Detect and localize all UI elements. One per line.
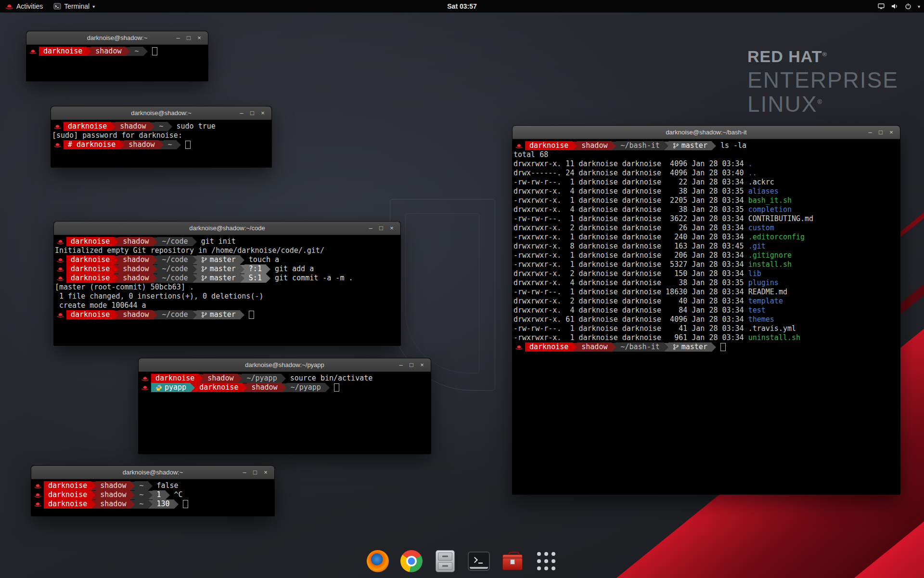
output-text: drwxrwxr-x. 2 darknoise darknoise 40 Jan…	[513, 297, 748, 306]
dock-terminal[interactable]	[466, 548, 492, 574]
minimize-button[interactable]: –	[396, 358, 406, 371]
prompt-segment-git: master	[197, 255, 240, 264]
branding-redhat: RED HAT®	[747, 48, 898, 66]
terminal-screen[interactable]: darknoiseshadow~/pyappsource bin/activat…	[139, 372, 431, 454]
output-text: aliases	[748, 187, 779, 196]
redhat-icon	[57, 266, 64, 272]
powerline-separator-icon	[199, 374, 203, 383]
dock-chrome[interactable]	[398, 548, 424, 574]
dock-toolbox[interactable]	[500, 548, 526, 574]
terminal-screen[interactable]: darknoiseshadow~sudo true[sudo] password…	[51, 120, 271, 167]
powerline-separator-icon	[192, 311, 197, 319]
output-text: -rwxrwxr-x. 1 darknoise darknoise 961 Ja…	[513, 333, 748, 342]
close-button[interactable]: ×	[260, 466, 271, 479]
terminal-screen[interactable]: darknoiseshadow~falsedarknoiseshadow~1^C…	[31, 479, 274, 516]
minimize-button[interactable]: –	[173, 31, 183, 44]
terminal-line: drwxrwxr-x. 4 darknoise darknoise 84 Jan…	[513, 306, 899, 315]
terminal-window-sudo[interactable]: darknoise@shadow:~–□×darknoiseshadow~sud…	[51, 106, 272, 168]
redhat-icon	[141, 385, 149, 390]
activities-button[interactable]: Activities	[0, 0, 48, 13]
app-grid-icon	[537, 552, 555, 570]
prompt-segment-path: ~/bash-it	[616, 342, 664, 352]
terminal-screen[interactable]: darknoiseshadow~	[26, 45, 208, 81]
terminal-line: drwxrwxr-x. 4 darknoise darknoise 38 Jan…	[513, 278, 899, 288]
prompt-segment-git: master	[668, 141, 712, 150]
terminal-line: drwxrwxr-x. 11 darknoise darknoise 4096 …	[513, 159, 899, 169]
output-text: .	[748, 159, 753, 169]
output-text: drwxrwxr-x. 61 darknoise darknoise 4096 …	[513, 315, 748, 324]
prompt-segment-path: ~/code	[157, 237, 192, 246]
powerline-separator-icon	[612, 142, 616, 150]
close-button[interactable]: ×	[386, 222, 397, 235]
volume-icon[interactable]	[891, 2, 898, 10]
redhat-icon	[34, 501, 41, 507]
minimize-button[interactable]: –	[236, 106, 247, 119]
close-button[interactable]: ×	[194, 31, 205, 44]
maximize-button[interactable]: □	[406, 358, 417, 371]
python-icon	[155, 384, 162, 391]
redhat-icon	[57, 239, 64, 244]
command-text: git init	[197, 237, 236, 246]
screen-icon[interactable]	[877, 2, 885, 10]
desktop: RED HAT® ENTERPRISE LINUX® Activities Te…	[0, 0, 924, 578]
window-title: darknoise@shadow:~	[123, 469, 183, 476]
output-text: -rwxrwxr-x. 1 darknoise darknoise 5327 J…	[513, 260, 748, 269]
window-titlebar[interactable]: darknoise@shadow:~/code–□×	[54, 222, 400, 235]
chevron-down-icon[interactable]: ▾	[918, 4, 920, 9]
maximize-button[interactable]: □	[247, 106, 257, 119]
close-button[interactable]: ×	[886, 126, 897, 139]
output-text: ..	[748, 169, 757, 178]
powerline-separator-icon	[153, 265, 157, 274]
powerline-separator-icon	[114, 237, 118, 246]
output-text: Initialized empty Git repository in /hom…	[55, 246, 324, 255]
redhat-icon	[29, 49, 37, 54]
minimize-button[interactable]: –	[865, 126, 875, 139]
close-button[interactable]: ×	[417, 358, 427, 371]
clock[interactable]: Sat 03:57	[447, 2, 476, 10]
powerline-separator-icon	[87, 47, 91, 56]
terminal-line: darknoiseshadow~/pyappsource bin/activat…	[140, 374, 430, 383]
branch-icon	[201, 266, 207, 272]
prompt-segment-git: master	[197, 264, 240, 274]
output-text: plugins	[748, 278, 779, 288]
window-titlebar[interactable]: darknoise@shadow:~/pyapp–□×	[139, 358, 431, 372]
terminal-window-code[interactable]: darknoise@shadow:~/code–□×darknoiseshado…	[53, 221, 401, 346]
power-icon[interactable]	[904, 2, 912, 10]
terminal-window-pyapp[interactable]: darknoise@shadow:~/pyapp–□×darknoiseshad…	[138, 358, 431, 454]
minimize-button[interactable]: –	[239, 466, 250, 479]
maximize-button[interactable]: □	[183, 31, 194, 44]
window-titlebar[interactable]: darknoise@shadow:~–□×	[51, 106, 271, 120]
dock-app-grid[interactable]	[533, 548, 559, 574]
window-titlebar[interactable]: darknoise@shadow:~/bash-it–□×	[513, 126, 900, 139]
maximize-button[interactable]: □	[250, 466, 260, 479]
terminal-screen[interactable]: darknoiseshadow~/codegit initInitialized…	[54, 235, 400, 345]
terminal-window-exit-codes[interactable]: darknoise@shadow:~–□×darknoiseshadow~fal…	[31, 465, 275, 516]
prompt-segment-user: # darknoise	[64, 140, 120, 149]
terminal-window-bash-it[interactable]: darknoise@shadow:~/bash-it–□×darknoisesh…	[512, 125, 900, 495]
output-text: -rw-rw-r--. 1 darknoise darknoise 22 Jan…	[513, 178, 748, 187]
prompt-segment-host: shadow	[118, 274, 153, 283]
maximize-button[interactable]: □	[875, 126, 886, 139]
firefox-icon	[367, 550, 389, 572]
powerline-separator-icon	[325, 383, 330, 392]
minimize-button[interactable]: –	[365, 222, 376, 235]
app-menu[interactable]: Terminal ▾	[48, 0, 100, 13]
terminal-screen[interactable]: darknoiseshadow~/bash-itmasterls -latota…	[513, 139, 900, 494]
terminal-line: darknoiseshadow~/bash-itmasterls -la	[513, 141, 899, 150]
output-text: drwxrwxr-x. 4 darknoise darknoise 38 Jan…	[513, 187, 748, 196]
dock	[365, 548, 559, 574]
window-titlebar[interactable]: darknoise@shadow:~–□×	[26, 31, 208, 45]
output-text: README.md	[748, 288, 787, 297]
close-button[interactable]: ×	[257, 106, 268, 119]
dock-files[interactable]	[432, 548, 458, 574]
dock-firefox[interactable]	[365, 548, 391, 574]
powerline-separator-icon	[126, 47, 130, 56]
maximize-button[interactable]: □	[376, 222, 386, 235]
powerline-separator-icon	[130, 500, 135, 509]
prompt-segment-path: ~/code	[157, 310, 192, 319]
command-text: git commit -a -m .	[270, 274, 353, 283]
window-titlebar[interactable]: darknoise@shadow:~–□×	[31, 466, 274, 479]
output-text: [sudo] password for darknoise:	[52, 131, 182, 140]
terminal-window-home-1[interactable]: darknoise@shadow:~–□×darknoiseshadow~	[26, 31, 208, 81]
prompt-segment-host: shadow	[116, 122, 150, 131]
